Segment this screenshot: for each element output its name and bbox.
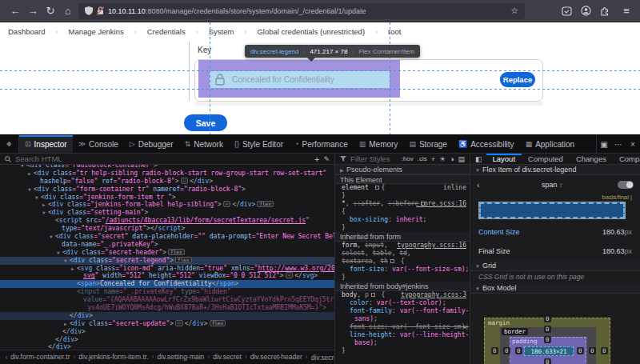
tab-debugger[interactable]: ▷Debugger [124,135,179,153]
rules-code-line[interactable]: } [335,274,470,282]
grid-section-header[interactable]: ▼Grid [470,261,640,271]
stylesheet-link[interactable]: typography.scss:16 [397,242,466,250]
tab-storage[interactable]: ▤Storage [403,135,453,153]
margin-right-value[interactable]: 0 [601,347,608,354]
rules-code-line[interactable]: base); [335,339,470,347]
sidebar-tab-changes[interactable]: Changes [570,154,613,164]
border-right-value[interactable]: 0 [589,347,596,354]
margin-top-value[interactable]: 0 [544,315,551,322]
markup-row[interactable]: ▼<div class="secret" data-placeholder=""… [0,233,334,241]
rules-code-line[interactable]: } [335,224,470,232]
stylesheet-link[interactable]: typography.scss:3 [401,291,466,299]
rules-code-line[interactable]: font-size: var(--font-size-sm); [335,266,470,274]
rules-code-line[interactable]: form, input,typography.scss:16 [335,242,470,250]
rules-code-line[interactable]: } [335,347,470,355]
separate-window-icon[interactable]: ▣ [597,140,611,149]
add-node-icon[interactable]: + [314,154,319,164]
tab-performance[interactable]: ◔Performance [289,135,354,153]
markup-row[interactable]: </div> [0,312,334,320]
home-icon[interactable]: ⌂ [59,0,77,22]
border-top-value[interactable]: 0 [544,326,551,333]
rules-code-line[interactable]: element {inline [335,184,470,192]
menu-icon[interactable]: ≡ [619,5,634,17]
reload-icon[interactable]: ↻ [42,0,59,22]
markup-row[interactable]: <span>Concealed for Confidentiality</spa… [0,280,334,288]
markup-row[interactable]: ▶<div class="jenkins-form-label help-sib… [0,201,334,209]
rules-code-line[interactable]: select, table, td, [335,250,470,258]
extensions-icon[interactable] [600,6,614,16]
rules-code-line[interactable]: font-size: var(--font-size-sm);▽ [335,323,470,331]
search-html-bar[interactable]: Search HTML + ✎ [0,154,334,164]
markup-tree[interactable]: ▼<div class="radioBlock-container">▶<div… [0,165,334,350]
back-icon[interactable]: ← [6,0,24,22]
insecure-lock-icon[interactable] [97,6,104,15]
eyedropper-icon[interactable]: ✎ [323,155,330,163]
breadcrumb-item[interactable]: Global credentials (unrestricted) [257,27,365,36]
bookmark-star-icon[interactable]: ☆ [510,6,518,16]
padding-top-value[interactable]: 0 [544,336,551,343]
markup-row[interactable]: ▼<div class="setting-main"> [0,209,334,217]
rules-code-line[interactable]: textarea, th { [335,258,470,266]
flex-item-section-header[interactable]: ▼Flex Item of div.secret-legend [470,165,640,175]
class-toggle[interactable]: .cls [418,155,427,162]
markup-row[interactable]: <input name="_.privateKey" type="hidden" [0,288,334,296]
markup-row[interactable]: ▼<div class="jenkins-form-item tr "> [0,194,334,202]
markup-row[interactable]: ▼<div class="secret-header">flex [0,249,334,257]
node-crumb[interactable]: div.secret [213,353,242,361]
markup-row[interactable]: ▶<div class="secret-update">⋯</div>flex [0,320,334,328]
breadcrumb-item[interactable]: System [209,27,234,36]
rules-panel[interactable]: ▶Pseudo-elementsThis Elementelement {inl… [334,165,470,364]
markup-row[interactable]: value="{AQAAABAAAAAowLrfCrZx9baWliwrtCiw… [0,296,334,304]
markup-row[interactable]: ▼<div class="form-container tr" nameref=… [0,186,334,194]
tab-application[interactable]: ▦Application [520,135,580,153]
rules-code-line[interactable]: color: var(--text-color); [335,299,470,307]
border-left-value[interactable]: 0 [503,347,510,354]
sidebar-tab-compatibility[interactable]: Compatibility [613,154,640,164]
node-crumb[interactable]: div.secret-legend [311,354,334,362]
rules-code-line[interactable]: line-height: var(--line-height- [335,331,470,339]
markup-row[interactable]: hashelp="false" ref="radio-block-8">⋯</d… [0,178,334,186]
node-crumb[interactable]: div.jenkins-form-item.tr. [78,353,148,361]
account-icon[interactable] [581,6,595,16]
rules-code-line[interactable]: box-sizing: inherit; [335,216,470,224]
save-button[interactable]: Save [184,114,227,131]
rules-code-line[interactable]: { [335,208,470,216]
tab-inspector[interactable]: ⊡Inspector [19,135,73,153]
markup-row[interactable]: ▼<div class="secret-legend">flex [0,257,334,265]
new-rule-icon[interactable]: + [431,155,435,163]
rules-code-line[interactable]: } [335,192,470,200]
markup-row[interactable]: </div> [0,328,334,336]
sidebar-tab-layout[interactable]: Layout [486,154,522,164]
flex-overlay-toggle[interactable] [618,181,634,189]
tab-network[interactable]: ⇅Network [179,135,229,153]
markup-row[interactable]: type="text/javascript"></script> [0,225,334,233]
rules-code-line[interactable]: font-family: var(--font-family- [335,307,470,315]
padding-left-value[interactable]: 0 [515,347,522,354]
rules-code-line[interactable]: sans); [335,315,470,323]
tab-memory[interactable]: ▥Memory [354,135,404,153]
node-crumb[interactable]: div.setting-main [157,353,204,361]
markup-row[interactable]: data-name="_.privateKey"> [0,241,334,249]
padding-right-value[interactable]: 0 [577,347,584,354]
content-size-label[interactable]: Content Size [478,228,520,236]
node-crumb[interactable]: div.secret-header [250,353,302,361]
breadcrumb-item[interactable]: Dashboard [8,27,45,36]
rules-code-line[interactable]: body, p {typography.scss:3 [335,291,470,299]
print-sim-icon[interactable]: ▤ [458,155,465,163]
tab-console[interactable]: ≫Console [73,135,124,153]
rules-code-line[interactable]: *, ::after, ::before_core.scss:16 [335,200,470,208]
extension-shield-icon[interactable] [562,6,576,16]
replace-button[interactable]: Replace [500,72,535,87]
light-scheme-icon[interactable]: ☀ [439,155,446,163]
sidebar-tab-computed[interactable]: Computed [522,154,570,164]
flex-item-select[interactable]: span ↕ [486,181,618,189]
tracking-shield-icon[interactable] [85,6,93,15]
margin-left-value[interactable]: 0 [491,347,498,354]
tab-style-editor[interactable]: {}Style Editor [229,135,289,153]
pseudo-class-toggle[interactable]: :hov [402,155,414,162]
node-picker-icon[interactable]: ⌖ [0,135,19,153]
url-bar[interactable]: 10.10.11.10:8080/manage/credentials/stor… [78,3,525,19]
flex-back-icon[interactable]: ‹ [477,180,486,190]
stylesheet-link[interactable]: _core.scss:16 [416,200,466,208]
node-crumb[interactable]: div.form-container.tr [10,353,70,361]
